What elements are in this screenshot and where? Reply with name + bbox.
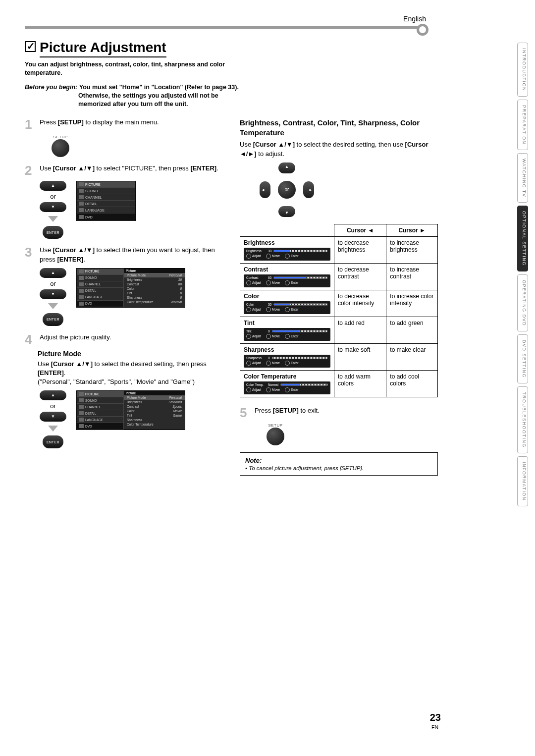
adjustment-table: Cursor ◄ Cursor ► BrightnessBrightness30… <box>240 224 438 397</box>
side-tab-preparation: PREPARATION <box>517 100 528 150</box>
cursor-updown-graphic-3: or ENTER <box>40 390 66 448</box>
picture-mode-heading: Picture Mode <box>38 350 228 358</box>
note-box: Note: • To cancel picture adjustment, pr… <box>240 452 438 476</box>
language-label: English <box>25 15 510 23</box>
side-tab-dvd-setting: DVD SETTING <box>517 334 528 383</box>
side-tab-watching-tv: WATCHING TV <box>517 153 528 203</box>
header-rule <box>25 26 426 29</box>
picture-mode-text: Use [Cursor ▲/▼] to select the desired s… <box>38 360 228 387</box>
side-tab-information: INFORMATION <box>517 456 528 506</box>
side-tab-introduction: INTRODUCTION <box>517 43 528 97</box>
before-you-begin: Before you begin: You must set "Home" in… <box>25 83 243 108</box>
step-5: 5 Press [SETUP] to exit. <box>240 406 438 419</box>
side-tab-troubleshooting: TROUBLESHOOTING <box>517 386 528 453</box>
checkbox-icon <box>25 41 36 52</box>
right-heading: Brightness, Contrast, Color, Tint, Sharp… <box>240 118 438 137</box>
setup-button-graphic: SETUP <box>45 135 76 157</box>
step-4: 4 Adjust the picture quality. <box>25 333 228 346</box>
osd-picture-menu: PICTURE SOUND CHANNEL DETAIL LANGUAGE DV… <box>76 268 185 308</box>
cursor-updown-graphic: or ENTER <box>40 181 66 239</box>
step-3: 3 Use [Cursor ▲/▼] to select the item yo… <box>25 246 228 264</box>
intro-text: You can adjust brightness, contrast, col… <box>25 60 243 77</box>
side-tab-operating-dvd: OPERATING DVD <box>517 274 528 331</box>
side-tab-optional-setting: OPTIONAL SETTING <box>517 206 528 271</box>
osd-main-menu: PICTURE SOUND CHANNEL DETAIL LANGUAGE DV… <box>76 181 136 221</box>
osd-picture-mode-menu: PICTURE SOUND CHANNEL DETAIL LANGUAGE DV… <box>76 390 185 430</box>
page-lang: EN <box>431 725 438 730</box>
step-2: 2 Use [Cursor ▲/▼] to select "PICTURE", … <box>25 164 228 177</box>
dpad-graphic: ▲ ▼ ◄ ► or <box>260 162 314 217</box>
page-number: 23 <box>430 712 441 723</box>
side-tabs: INTRODUCTIONPREPARATIONWATCHING TVOPTION… <box>517 43 528 509</box>
right-text: Use [Cursor ▲/▼] to select the desired s… <box>240 140 438 158</box>
step-1: 1 Press [SETUP] to display the main menu… <box>25 118 228 131</box>
setup-button-graphic-2: SETUP <box>260 423 291 445</box>
page-title: Picture Adjustment <box>40 40 166 57</box>
cursor-updown-graphic-2: or ENTER <box>40 268 66 326</box>
